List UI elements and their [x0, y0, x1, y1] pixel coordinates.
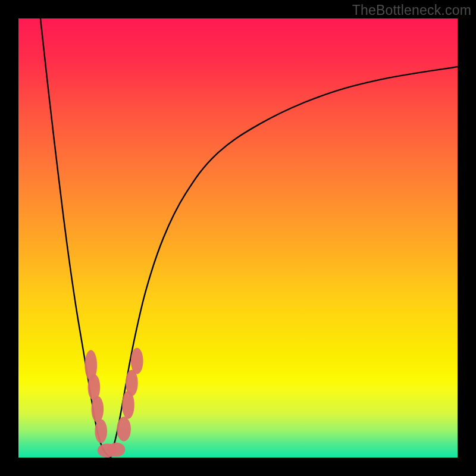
marker-blob-5 — [108, 443, 126, 457]
marker-blob-6 — [117, 416, 131, 441]
watermark-text: TheBottleneck.com — [352, 2, 471, 18]
marker-cluster — [84, 348, 143, 458]
chart-frame: TheBottleneck.com — [0, 0, 476, 476]
marker-blob-2 — [92, 396, 104, 422]
left-branch-curve — [40, 18, 111, 458]
right-branch-curve — [111, 67, 458, 458]
marker-blob-9 — [131, 348, 143, 374]
curve-svg — [18, 18, 458, 458]
marker-blob-3 — [95, 419, 107, 443]
plot-area — [18, 18, 458, 458]
